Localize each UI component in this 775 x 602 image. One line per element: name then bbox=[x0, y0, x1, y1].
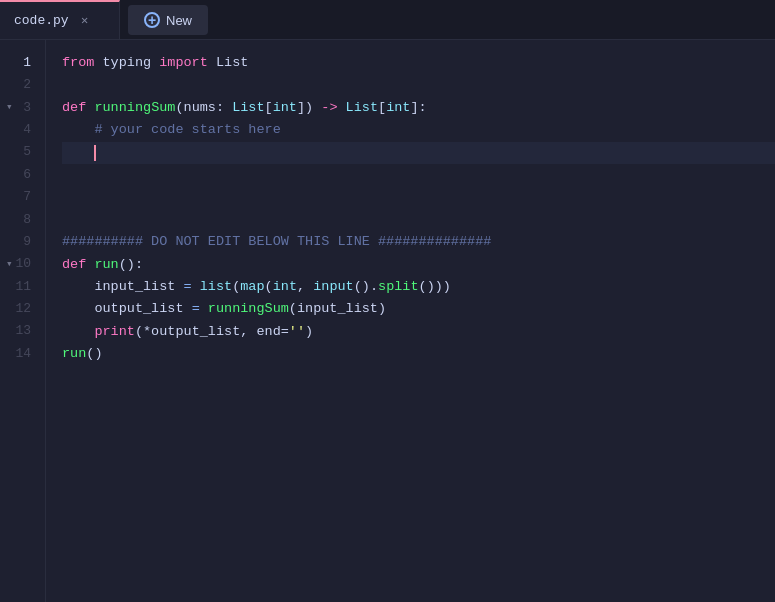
code-line-10: def run(): bbox=[62, 254, 775, 276]
code-line-6 bbox=[62, 164, 775, 186]
line-num-6: 6 bbox=[0, 164, 45, 186]
line-num-2: 2 bbox=[0, 74, 45, 96]
line-num-1: 1 bbox=[0, 52, 45, 74]
new-tab-label: New bbox=[166, 13, 192, 28]
code-editor[interactable]: from typing import List def runningSum(n… bbox=[46, 40, 775, 602]
line-num-11: 11 bbox=[0, 276, 45, 298]
line-num-3[interactable]: 3 bbox=[0, 97, 45, 119]
tab-label: code.py bbox=[14, 13, 69, 28]
code-line-7 bbox=[62, 186, 775, 208]
code-line-13: print(*output_list, end='') bbox=[62, 321, 775, 343]
line-numbers: 1 2 3 4 5 6 7 8 9 10 11 12 13 14 bbox=[0, 40, 46, 602]
close-icon[interactable]: ✕ bbox=[77, 13, 93, 29]
line-num-12: 12 bbox=[0, 298, 45, 320]
code-line-9: ########## DO NOT EDIT BELOW THIS LINE #… bbox=[62, 231, 775, 253]
tab-code-py[interactable]: code.py ✕ bbox=[0, 0, 120, 39]
line-num-7: 7 bbox=[0, 186, 45, 208]
code-line-11: input_list = list(map(int, input().split… bbox=[62, 276, 775, 298]
code-line-5[interactable] bbox=[62, 142, 775, 164]
code-line-2 bbox=[62, 74, 775, 96]
code-line-3: def runningSum(nums: List[int]) -> List[… bbox=[62, 97, 775, 119]
code-line-12: output_list = runningSum(input_list) bbox=[62, 298, 775, 320]
plus-circle-icon: + bbox=[144, 12, 160, 28]
tab-bar: code.py ✕ + New bbox=[0, 0, 775, 40]
editor-area: 1 2 3 4 5 6 7 8 9 10 11 12 13 14 from ty… bbox=[0, 40, 775, 602]
line-num-13: 13 bbox=[0, 321, 45, 343]
code-line-14: run() bbox=[62, 343, 775, 365]
line-num-9: 9 bbox=[0, 231, 45, 253]
line-num-5: 5 bbox=[0, 142, 45, 164]
text-cursor bbox=[94, 145, 96, 161]
line-num-14: 14 bbox=[0, 343, 45, 365]
code-line-8 bbox=[62, 209, 775, 231]
code-line-1: from typing import List bbox=[62, 52, 775, 74]
line-num-8: 8 bbox=[0, 209, 45, 231]
new-tab-button[interactable]: + New bbox=[128, 5, 208, 35]
code-line-4: # your code starts here bbox=[62, 119, 775, 141]
line-num-10[interactable]: 10 bbox=[0, 254, 45, 276]
line-num-4: 4 bbox=[0, 119, 45, 141]
